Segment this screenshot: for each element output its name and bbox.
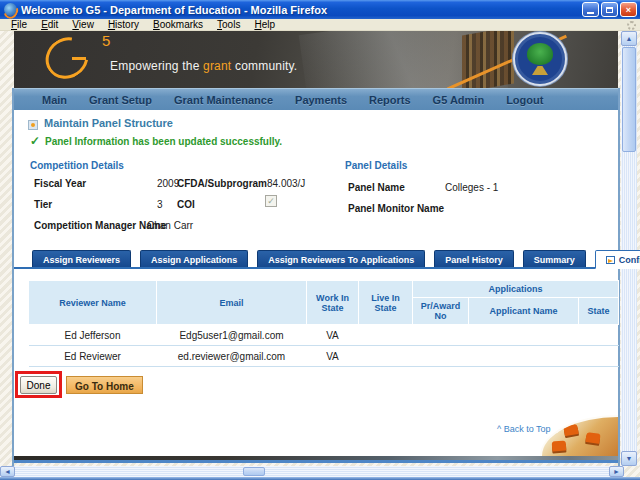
cell-pr-award-no bbox=[413, 325, 469, 346]
cell-live-in-state bbox=[359, 346, 413, 367]
nav-grant-setup[interactable]: Grant Setup bbox=[89, 94, 152, 106]
success-message: Panel Information has been updated succe… bbox=[45, 136, 282, 147]
nav-payments[interactable]: Payments bbox=[295, 94, 347, 106]
col-header-applications-group: Applications bbox=[413, 281, 619, 298]
col-header-live-in-state: Live In State bbox=[359, 281, 413, 325]
main-navigation: Main Grant Setup Grant Maintenance Payme… bbox=[14, 88, 618, 110]
cell-state bbox=[579, 325, 619, 346]
col-header-applicant-name: Applicant Name bbox=[469, 298, 579, 325]
menu-view[interactable]: View bbox=[65, 19, 101, 31]
close-button[interactable]: × bbox=[620, 2, 637, 17]
scroll-left-button[interactable]: ◄ bbox=[0, 466, 15, 477]
g5-logo-number: 5 bbox=[102, 32, 110, 49]
reviewer-table: Reviewer Name Email Work In State Live I… bbox=[28, 280, 619, 367]
firefox-window: { "window": { "title": "Welcome to G5 - … bbox=[0, 0, 640, 480]
tab-strip: Assign Reviewers Assign Applications Ass… bbox=[14, 250, 618, 269]
tab-assign-reviewers[interactable]: Assign Reviewers bbox=[32, 250, 131, 267]
back-to-top-link[interactable]: ^ Back to Top bbox=[497, 424, 551, 434]
menu-bar: File Edit View History Bookmarks Tools H… bbox=[0, 19, 640, 31]
tab-assign-applications[interactable]: Assign Applications bbox=[140, 250, 248, 267]
panel-monitor-label: Panel Monitor Name bbox=[348, 203, 444, 214]
scroll-up-button[interactable]: ▲ bbox=[621, 31, 637, 46]
col-header-state: State bbox=[579, 298, 619, 325]
fiscal-year-label: Fiscal Year bbox=[34, 178, 86, 189]
education-seal-logo bbox=[513, 32, 567, 86]
tier-value: 3 bbox=[157, 199, 163, 210]
success-check-icon: ✓ bbox=[30, 134, 40, 148]
table-row: Ed Jefferson Edg5user1@gmail.com VA bbox=[29, 325, 619, 346]
scrollbar-corner bbox=[624, 466, 640, 477]
scroll-right-button[interactable]: ► bbox=[609, 466, 624, 477]
cell-live-in-state bbox=[359, 325, 413, 346]
tagline: Empowering the grant community. bbox=[110, 59, 297, 73]
vertical-scrollbar-thumb[interactable] bbox=[622, 47, 636, 152]
tab-confirmation[interactable]: Confirmation bbox=[595, 250, 640, 269]
window-title: Welcome to G5 - Department of Education … bbox=[21, 4, 580, 16]
done-button[interactable]: Done bbox=[20, 376, 57, 394]
panel-details-heading: Panel Details bbox=[345, 160, 407, 171]
restore-button[interactable] bbox=[601, 2, 618, 17]
chair-shape bbox=[552, 441, 567, 452]
go-to-home-button[interactable]: Go To Home bbox=[66, 376, 143, 394]
minimize-button[interactable] bbox=[582, 2, 599, 17]
menu-bookmarks[interactable]: Bookmarks bbox=[146, 19, 210, 31]
site-right-border bbox=[618, 88, 620, 466]
table-header-row: Reviewer Name Email Work In State Live I… bbox=[29, 281, 619, 298]
cell-pr-award-no bbox=[413, 346, 469, 367]
panel-name-value: Colleges - 1 bbox=[445, 182, 498, 193]
col-header-email: Email bbox=[157, 281, 307, 325]
footer-bar bbox=[14, 456, 618, 463]
page-title-bullet-icon bbox=[28, 120, 38, 130]
col-header-reviewer-name: Reviewer Name bbox=[29, 281, 157, 325]
menu-file[interactable]: File bbox=[4, 19, 34, 31]
g5-logo bbox=[38, 31, 97, 87]
nav-logout[interactable]: Logout bbox=[506, 94, 543, 106]
cfda-label: CFDA/Subprogram bbox=[177, 178, 267, 189]
nav-g5-admin[interactable]: G5 Admin bbox=[433, 94, 485, 106]
cell-email: ed.reviewer@gmail.com bbox=[157, 346, 307, 367]
confirmation-tab-icon bbox=[606, 256, 615, 264]
nav-reports[interactable]: Reports bbox=[369, 94, 411, 106]
cell-applicant-name bbox=[469, 325, 579, 346]
coi-checkbox[interactable]: ✓ bbox=[265, 195, 277, 207]
chair-shape bbox=[585, 432, 600, 444]
cell-state bbox=[579, 346, 619, 367]
horizontal-scrollbar[interactable]: ◄ ► bbox=[0, 466, 624, 477]
competition-manager-value: Chan Carr bbox=[147, 220, 193, 231]
restore-icon bbox=[606, 7, 613, 13]
vertical-scrollbar[interactable]: ▲ ▼ bbox=[621, 31, 637, 466]
tab-assign-reviewers-to-applications[interactable]: Assign Reviewers To Applications bbox=[257, 250, 425, 267]
scroll-down-button[interactable]: ▼ bbox=[621, 451, 637, 466]
tab-summary[interactable]: Summary bbox=[523, 250, 586, 267]
table-row: Ed Reviewer ed.reviewer@gmail.com VA bbox=[29, 346, 619, 367]
col-header-work-in-state: Work In State bbox=[307, 281, 359, 325]
fiscal-year-value: 2009 bbox=[157, 178, 179, 189]
cell-reviewer-name: Ed Jefferson bbox=[29, 325, 157, 346]
menu-edit[interactable]: Edit bbox=[34, 19, 65, 31]
panel-name-label: Panel Name bbox=[348, 182, 405, 193]
classroom-photo bbox=[540, 415, 618, 456]
page-content: Maintain Panel Structure ✓ Panel Informa… bbox=[14, 110, 618, 456]
nav-main[interactable]: Main bbox=[42, 94, 67, 106]
firefox-icon bbox=[4, 3, 17, 16]
g5-logo-bar bbox=[72, 57, 86, 60]
chair-shape bbox=[563, 424, 579, 436]
tagline-suffix: community. bbox=[231, 59, 297, 73]
cell-work-in-state: VA bbox=[307, 325, 359, 346]
tagline-prefix: Empowering the bbox=[110, 59, 203, 73]
coi-label: COI bbox=[177, 199, 195, 210]
tagline-highlight: grant bbox=[203, 59, 231, 73]
window-titlebar: Welcome to G5 - Department of Education … bbox=[0, 0, 640, 19]
site-banner: 5 Empowering the grant community. bbox=[14, 31, 618, 88]
menu-history[interactable]: History bbox=[101, 19, 146, 31]
cell-work-in-state: VA bbox=[307, 346, 359, 367]
horizontal-scrollbar-thumb[interactable] bbox=[243, 467, 265, 476]
minimize-icon bbox=[587, 12, 594, 14]
competition-details-heading: Competition Details bbox=[30, 160, 124, 171]
cell-email: Edg5user1@gmail.com bbox=[157, 325, 307, 346]
nav-grant-maintenance[interactable]: Grant Maintenance bbox=[174, 94, 273, 106]
menu-tools[interactable]: Tools bbox=[210, 19, 247, 31]
cell-applicant-name bbox=[469, 346, 579, 367]
tab-panel-history[interactable]: Panel History bbox=[434, 250, 514, 267]
menu-help[interactable]: Help bbox=[247, 19, 282, 31]
